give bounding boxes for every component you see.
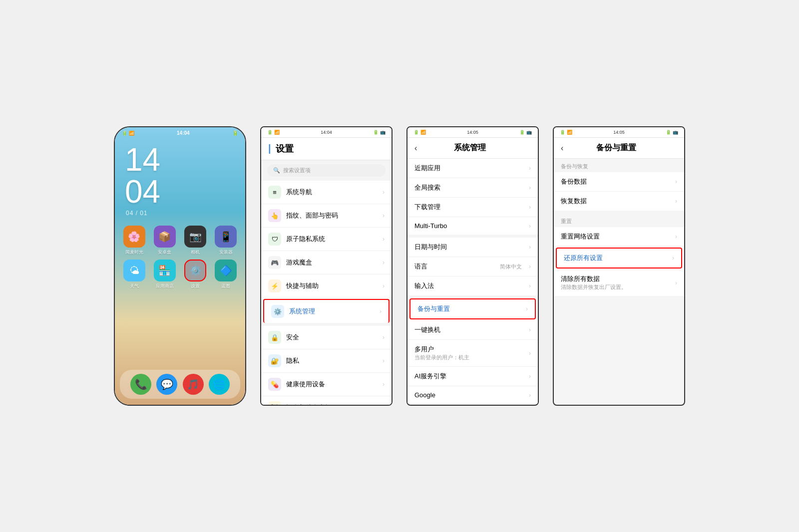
app-label-1: 安卓盒 — [158, 249, 171, 256]
settings-item-fingerprint[interactable]: 👆 指纹、面部与密码 › — [261, 204, 392, 228]
backup-status-left: 🔋 📶 — [560, 130, 572, 135]
backup-item-restore[interactable]: 恢复数据 › — [554, 192, 684, 211]
app-icon-1[interactable]: 📦 安卓盒 — [151, 226, 178, 256]
settings-item-storage[interactable]: 💾 运存与储存空间 › — [261, 396, 392, 406]
chevron-language: › — [529, 263, 531, 270]
system-section-3: 备份与重置 › 一键换机 › 多用户 当前登录的用户：机主 › AI服务引擎 ›… — [407, 298, 538, 404]
app-icon-settings[interactable]: ⚙️ 设置 — [182, 260, 209, 289]
chevron-icon-2: › — [383, 212, 385, 219]
chevron-icon-10: › — [383, 404, 385, 406]
app-icon-2[interactable]: 📷 相机 — [182, 226, 209, 256]
settings-item-health[interactable]: 💊 健康使用设备 › — [261, 373, 392, 396]
search-placeholder: 搜索设置项 — [283, 167, 311, 174]
settings-title: | 设置 — [268, 143, 294, 155]
system-item-recent[interactable]: 近期应用 › — [407, 159, 538, 178]
settings-status-left: 🔋 📶 — [267, 130, 280, 135]
home-status-bar: 🔋 📶 14:04 🔋 — [115, 127, 245, 139]
settings-header: | 设置 — [261, 138, 392, 160]
home-time-minute: 04 — [115, 176, 245, 208]
chevron-google: › — [529, 392, 531, 399]
backup-header: ‹ 备份与重置 — [554, 138, 684, 159]
system-item-download[interactable]: 下载管理 › — [407, 198, 538, 217]
settings-item-nav[interactable]: ≡ 系统导航 › — [261, 181, 392, 204]
search-icon: 🔍 — [273, 167, 280, 174]
system-item-datetime[interactable]: 日期与时间 › — [407, 238, 538, 257]
backup-back-button[interactable]: ‹ — [561, 144, 563, 153]
system-list: 近期应用 › 全局搜索 › 下载管理 › Multi-Turbo › 日期与时间… — [407, 159, 538, 405]
backup-section-1: 备份数据 › 恢复数据 › — [554, 172, 684, 211]
settings-item-privacy2[interactable]: 🔐 隐私 › — [261, 349, 392, 373]
dock-message[interactable]: 💬 — [156, 374, 177, 395]
system-status-bar: 🔋 📶 14:05 🔋 📺 — [407, 127, 538, 138]
app-icon-7[interactable]: 🔷 蓝图 — [213, 260, 239, 289]
chevron-recent: › — [529, 165, 531, 172]
system-item-input[interactable]: 输入法 › — [407, 276, 538, 295]
chevron-icon: › — [383, 189, 385, 196]
home-screen: 🔋 📶 14:04 🔋 14 04 04 / 01 🌸 闻麦时光 📦 安卓盒 📷… — [115, 127, 245, 405]
home-date: 04 / 01 — [115, 208, 245, 222]
home-time-hour: 14 — [125, 144, 160, 176]
chevron-icon-8: › — [383, 357, 385, 364]
dock-music[interactable]: 🎵 — [183, 374, 204, 395]
chevron-input: › — [529, 282, 531, 289]
settings-item-game[interactable]: 🎮 游戏魔盒 › — [261, 251, 392, 274]
settings-item-shortcut[interactable]: ⚡ 快捷与辅助 › — [261, 274, 392, 298]
back-button[interactable]: ‹ — [414, 144, 417, 153]
chevron-backup-data: › — [675, 178, 677, 185]
backup-item-reset-network[interactable]: 重置网络设置 › — [554, 227, 684, 247]
settings-section-2: 🔒 安全 › 🔐 隐私 › 💊 健康使用设备 › 💾 运存与储存空间 › 🔋 — [261, 326, 392, 406]
app-icon-4[interactable]: 🌤 天气 — [121, 260, 147, 289]
app-label-7: 蓝图 — [221, 283, 230, 289]
phone-screen-1: 🔋 📶 14:04 🔋 14 04 04 / 01 🌸 闻麦时光 📦 安卓盒 📷… — [114, 126, 246, 406]
app-icon-0[interactable]: 🌸 闻麦时光 — [121, 226, 147, 256]
backup-panel: 🔋 📶 14:05 🔋 📺 ‹ 备份与重置 备份与恢复 备份数据 › 恢复数据 … — [553, 126, 685, 406]
chevron-multiuser: › — [529, 350, 531, 357]
system-item-turbo[interactable]: Multi-Turbo › — [407, 217, 538, 235]
app-label-5: 应用商店 — [156, 283, 174, 289]
app-grid: 🌸 闻麦时光 📦 安卓盒 📷 相机 📱 安装器 🌤 天气 🏪 — [115, 222, 245, 293]
app-label-2: 相机 — [191, 249, 200, 256]
settings-item-privacy[interactable]: 🛡 原子隐私系统 › — [261, 228, 392, 251]
backup-item-factory[interactable]: 清除所有数据 清除数据并恢复出厂设置。 › — [554, 269, 684, 296]
settings-item-system[interactable]: ⚙️ 系统管理 › — [263, 299, 390, 323]
system-item-google[interactable]: Google › — [407, 386, 538, 404]
backup-section2-label: 重置 — [554, 214, 684, 227]
app-icon-5[interactable]: 🏪 应用商店 — [151, 260, 178, 289]
system-item-language[interactable]: 语言 简体中文 › — [407, 257, 538, 276]
settings-status-right: 🔋 📺 — [373, 130, 386, 135]
home-status-left: 🔋 📶 — [122, 131, 134, 136]
system-item-multiuser[interactable]: 多用户 当前登录的用户：机主 › — [407, 340, 538, 367]
settings-item-security[interactable]: 🔒 安全 › — [261, 326, 392, 349]
backup-section-2: 重置网络设置 › 还原所有设置 › 清除所有数据 清除数据并恢复出厂设置。 › — [554, 227, 684, 296]
system-item-ai[interactable]: AI服务引擎 › — [407, 367, 538, 386]
home-status-time: 14:04 — [177, 130, 190, 136]
backup-status-bar: 🔋 📶 14:05 🔋 📺 — [554, 127, 684, 138]
chevron-icon-9: › — [383, 381, 385, 388]
chevron-icon-6: › — [380, 308, 382, 315]
system-section-2: 日期与时间 › 语言 简体中文 › 输入法 › — [407, 238, 538, 295]
settings-status-bar: 🔋 📶 14:04 🔋 📺 — [261, 127, 392, 138]
chevron-icon-5: › — [383, 282, 385, 289]
language-value: 简体中文 — [500, 263, 522, 270]
settings-search[interactable]: 🔍 搜索设置项 — [267, 164, 386, 177]
system-management-panel: 🔋 📶 14:05 🔋 📺 ‹ 系统管理 近期应用 › 全局搜索 › 下载管理 … — [406, 126, 539, 406]
dock-phone[interactable]: 📞 — [130, 374, 151, 395]
backup-content: 备份与恢复 备份数据 › 恢复数据 › 重置 重置网络设置 › 还原所有设置 › — [554, 159, 684, 405]
chevron-icon-7: › — [383, 334, 385, 341]
app-icon-3[interactable]: 📱 安装器 — [213, 226, 239, 256]
backup-item-backup[interactable]: 备份数据 › — [554, 172, 684, 192]
system-item-migrate[interactable]: 一键换机 › — [407, 320, 538, 340]
chevron-search: › — [529, 184, 531, 191]
backup-item-restore-all[interactable]: 还原所有设置 › — [556, 248, 682, 268]
app-label-0: 闻麦时光 — [125, 249, 143, 256]
chevron-migrate: › — [529, 326, 531, 333]
chevron-restore-all: › — [672, 255, 674, 262]
settings-panel: 🔋 📶 14:04 🔋 📺 | 设置 🔍 搜索设置项 ≡ 系统导航 › 👆 指纹… — [260, 126, 393, 406]
system-item-backup[interactable]: 备份与重置 › — [409, 298, 536, 319]
chevron-factory: › — [675, 279, 677, 286]
chevron-restore-data: › — [675, 198, 677, 205]
backup-status-time: 14:05 — [613, 130, 625, 135]
system-item-search[interactable]: 全局搜索 › — [407, 178, 538, 198]
dock-browser[interactable]: 🌐 — [209, 374, 230, 395]
settings-status-time: 14:04 — [321, 130, 332, 135]
